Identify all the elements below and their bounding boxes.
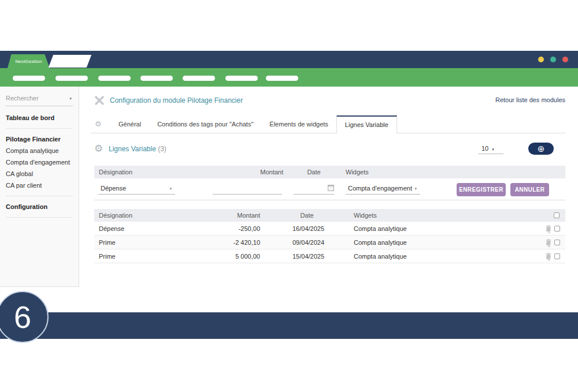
page-title: Configuration du module Pilotage Financi… [110,96,243,104]
brand-shape [49,55,91,68]
row-actions: ✎ [546,253,560,259]
title-bar: NextGestion [0,51,578,68]
tab-general[interactable]: Général [110,115,149,133]
tab-conditions-tags-achats[interactable]: Conditions des tags pour "Achats" [149,115,261,133]
tab-list: Général Conditions des tags pour "Achats… [110,115,397,133]
chevron-down-icon: ▾ [492,147,494,151]
cell-designation: Prime [99,239,116,246]
caret-down-icon: ▾ [414,186,417,191]
minimize-dot-icon[interactable] [538,57,544,62]
caret-down-icon: ▾ [169,186,172,191]
col-widgets: Widgets [354,212,377,219]
sidebar-item-pilotage-financier[interactable]: Pilotage Financier [6,133,73,145]
col-date: Date [292,212,321,219]
cell-date: 15/04/2025 [292,253,321,260]
nav-pill[interactable] [55,76,88,81]
divider [6,196,73,196]
close-dot-icon[interactable] [562,57,568,62]
brand-label: NextGestion [15,59,42,64]
select-all-checkbox[interactable] [554,212,560,218]
row-actions: ✎ [546,225,560,232]
nav-pill[interactable] [98,76,131,81]
widgets-select[interactable]: Compta d'engagement ▾ [346,183,420,195]
form-header-montant: Montant [239,169,283,176]
form-header-designation: Désignation [99,169,132,176]
sidebar-search[interactable]: ▾ [6,94,73,106]
sidebar: ▾ Tableau de bord Pilotage Financier Com… [0,87,79,287]
row-checkbox[interactable] [554,240,560,245]
add-line-button[interactable]: ⊕ [528,143,554,155]
cell-montant: 5 000,00 [216,253,260,260]
nav-pill[interactable] [13,76,45,81]
nav-pill[interactable] [140,76,173,81]
sidebar-item-ca-par-client[interactable]: CA par client [6,180,73,191]
cell-designation: Dépense [99,225,124,232]
table-header-band: Désignation Montant Date Widgets [94,209,565,222]
montant-input[interactable] [213,183,282,195]
cell-date: 16/04/2025 [292,225,321,232]
sidebar-item-tableau-de-bord[interactable]: Tableau de bord [6,112,73,124]
gear-icon: ⚙ [95,120,102,128]
slide-number: 6 [14,299,31,335]
row-checkbox[interactable] [554,226,560,232]
row-checkbox[interactable] [554,253,560,259]
nav-pill[interactable] [225,76,258,81]
page-size-select[interactable]: 10▾ [478,144,503,154]
tab-elements-widgets[interactable]: Élements de widgets [261,115,336,133]
form-header-date: Date [299,169,328,176]
cell-montant: -2 420,10 [216,239,260,246]
app-window: NextGestion ▾ Tableau de bord Pilotage F… [0,0,578,392]
main-content: Configuration du module Pilotage Financi… [79,87,578,312]
search-input[interactable] [6,94,73,103]
brand-tab[interactable]: NextGestion [8,54,50,68]
chevron-down-icon: ▾ [69,96,72,101]
tools-icon [94,95,105,106]
col-designation: Désignation [99,212,132,219]
plus-icon: ⊕ [538,144,545,153]
divider [6,217,73,218]
pencil-icon[interactable]: ✎ [546,256,551,262]
nav-pill[interactable] [266,76,298,81]
new-line-form: Dépense ▾ Compta d'engagement ▾ ENREGIST… [94,178,565,200]
page-header: Configuration du module Pilotage Financi… [94,95,565,106]
row-actions: ✎ [546,239,560,245]
section-count: (3) [158,145,166,153]
form-header-widgets: Widgets [346,169,369,176]
cell-montant: -250,00 [216,225,260,232]
table-row: Prime -2 420,10 09/04/2024 Compta analyt… [94,236,565,249]
section-header: ⚙ Lignes Variable (3) 10▾ ⊕ [94,143,565,156]
designation-select[interactable]: Dépense ▾ [98,183,175,195]
footer-bar [0,312,578,339]
cell-designation: Prime [99,253,116,260]
back-to-modules-link[interactable]: Retour liste des modules [495,96,565,103]
col-montant: Montant [216,212,260,219]
section-title: Lignes Variable (3) [109,145,166,153]
gear-icon: ⚙ [94,144,103,154]
sidebar-item-configuration[interactable]: Configuration [6,201,73,212]
sidebar-item-ca-global[interactable]: CA global [6,168,73,180]
tabs-bar: ⚙ Général Conditions des tags pour "Acha… [91,115,565,133]
cell-date: 09/04/2024 [292,239,321,246]
sidebar-item-compta-analytique[interactable]: Compta analytique [6,145,73,156]
cancel-button[interactable]: ANNULER [510,183,549,196]
pencil-icon[interactable]: ✎ [546,229,551,234]
pencil-icon[interactable]: ✎ [546,242,551,248]
main-navbar [0,68,578,87]
cell-widgets: Compta analytique [354,239,407,246]
calendar-icon[interactable] [328,185,334,191]
tab-lignes-variable[interactable]: Lignes Variable [336,115,397,134]
table-row: Dépense -250,00 16/04/2025 Compta analyt… [94,222,565,236]
cell-widgets: Compta analytique [354,225,407,232]
nav-pill[interactable] [183,76,215,81]
cell-widgets: Compta analytique [354,253,407,260]
save-button[interactable]: ENREGISTRER [457,183,506,196]
maximize-dot-icon[interactable] [550,57,556,62]
form-header-band: Désignation Montant Date Widgets [94,166,565,178]
sidebar-item-compta-engagement[interactable]: Compta d'engagement [6,156,73,168]
window-controls [538,57,568,62]
divider [6,128,73,129]
table-row: Prime 5 000,00 15/04/2025 Compta analyti… [94,249,565,263]
